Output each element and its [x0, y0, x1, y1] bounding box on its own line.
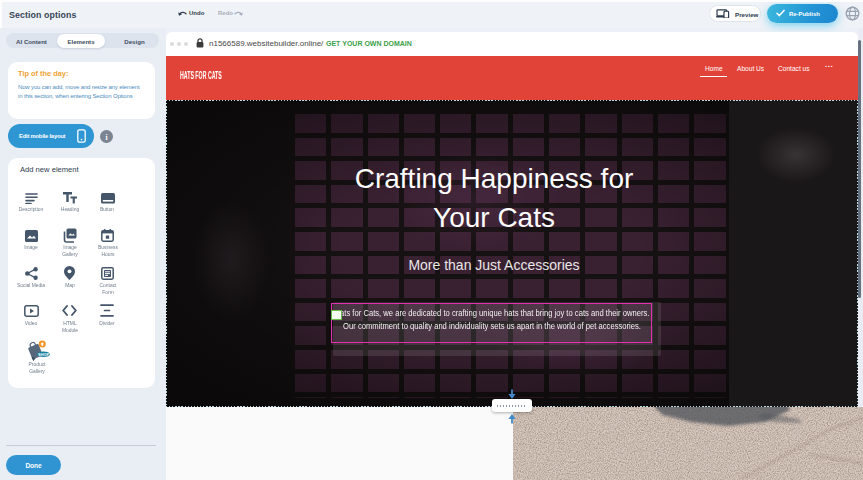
svg-text:SHOP: SHOP — [38, 352, 49, 357]
